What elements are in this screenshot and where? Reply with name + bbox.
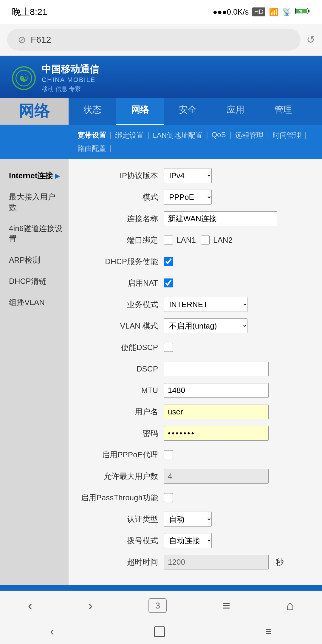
back-button[interactable]: ‹ [28, 598, 32, 613]
tab-management[interactable]: 管理 [259, 98, 307, 125]
browser-bottom-nav: ‹ › 3 ≡ ⌂ [0, 591, 322, 620]
sidebar: Internet连接 ▶ 最大接入用户数 4in6隧道连接设置 ARP检测 DH… [0, 159, 69, 585]
label-max-users: 允许最大用户数 [80, 471, 164, 482]
nav-tabs: 状态 网络 安全 应用 管理 [69, 98, 307, 125]
control-dscp [164, 362, 310, 376]
label-ip-protocol: IP协议版本 [80, 171, 164, 181]
select-service-mode[interactable]: INTERNET VOIP IPTV [164, 297, 247, 312]
router-header: ☯ 中国移动通信 CHINA MOBILE 移动 信息 专家 [0, 56, 322, 98]
tabs-button[interactable]: 3 [148, 598, 167, 613]
row-password: 密码 [80, 426, 310, 441]
label-mode: 模式 [80, 192, 164, 202]
label-username: 用户名 [80, 407, 164, 417]
logo-tagline: 移动 信息 专家 [42, 85, 99, 93]
subnav-binding[interactable]: 绑定设置 [112, 129, 147, 142]
row-passthrough: 启用PassThrough功能 [80, 490, 310, 505]
select-vlan-mode[interactable]: 不启用(untag) 启用 [164, 318, 247, 333]
row-nat: 启用NAT [80, 275, 310, 290]
checkbox-passthrough[interactable] [164, 493, 173, 502]
tab-network[interactable]: 网络 [116, 98, 164, 125]
sys-menu-button[interactable]: ≡ [265, 625, 272, 638]
sys-home-button[interactable] [154, 626, 165, 637]
control-connection-name [164, 211, 310, 226]
subnav-time[interactable]: 时间管理 [270, 129, 304, 142]
subnav-qos[interactable]: QoS [208, 129, 229, 142]
reload-button[interactable]: ↺ [306, 34, 315, 46]
label-service-mode: 业务模式 [80, 299, 164, 310]
forward-button[interactable]: › [88, 598, 93, 613]
checkbox-lan2[interactable] [201, 236, 210, 244]
select-dial-mode[interactable]: 自动连接 手动连接 [164, 533, 212, 548]
control-ip-protocol: IPv4 IPv6 [164, 168, 310, 183]
checkbox-pppoe-proxy[interactable] [164, 450, 173, 459]
checkbox-lan1[interactable] [164, 236, 173, 244]
sidebar-item-4in6[interactable]: 4in6隧道连接设置 [0, 218, 69, 250]
unit-seconds: 秒 [276, 557, 284, 567]
url-bar[interactable]: ⊘ F612 [7, 29, 301, 51]
label-lan1: LAN1 [177, 236, 196, 245]
sidebar-item-internet[interactable]: Internet连接 ▶ [0, 165, 69, 186]
subnav-broadband[interactable]: 宽带设置 [75, 129, 109, 142]
checkbox-nat[interactable] [164, 278, 173, 287]
input-password[interactable] [164, 426, 269, 441]
status-bar: 晚上8:21 ●●●0.0K/s HD 📶 📡 78 [0, 0, 322, 24]
subnav-remote[interactable]: 远程管理 [232, 129, 267, 142]
label-nat: 启用NAT [80, 278, 164, 288]
input-mtu[interactable] [164, 383, 269, 398]
input-connection-name[interactable] [164, 211, 277, 226]
row-auth-type: 认证类型 自动 PAP CHAP [80, 512, 310, 527]
control-port-binding: LAN1 LAN2 [164, 236, 310, 245]
tab-security[interactable]: 安全 [164, 98, 212, 125]
sidebar-label-vlan: 组播VLAN [9, 297, 45, 308]
checkbox-dhcp-enable[interactable] [164, 257, 173, 266]
sidebar-label-dhcp: DHCP清链 [9, 276, 47, 287]
row-max-users: 允许最大用户数 [80, 469, 310, 484]
row-mtu: MTU [80, 383, 310, 398]
menu-button[interactable]: ≡ [222, 598, 230, 613]
home-button[interactable]: ⌂ [286, 598, 294, 613]
select-auth-type[interactable]: 自动 PAP CHAP [164, 512, 212, 527]
signal-icon: 📶 [269, 7, 278, 17]
control-dial-mode: 自动连接 手动连接 [164, 533, 310, 548]
control-username [164, 405, 310, 419]
select-mode[interactable]: PPPoE DHCP Static [164, 190, 212, 205]
row-timeout: 超时时间 秒 [80, 555, 310, 569]
tab-applications[interactable]: 应用 [212, 98, 259, 125]
sidebar-label-internet: Internet连接 [9, 171, 53, 181]
logo-circle: ☯ [12, 66, 36, 90]
label-dscp: DSCP [80, 364, 164, 374]
subnav-route[interactable]: 路由配置 [75, 142, 109, 155]
sidebar-arrow-icon: ▶ [55, 172, 60, 179]
label-lan2: LAN2 [213, 236, 233, 245]
input-dscp[interactable] [164, 362, 269, 376]
tab-status[interactable]: 状态 [69, 98, 116, 125]
checkbox-dscp-enable[interactable] [164, 343, 173, 352]
row-service-mode: 业务模式 INTERNET VOIP IPTV [80, 297, 310, 312]
label-pppoe-proxy: 启用PPPoE代理 [80, 450, 164, 460]
sidebar-item-dhcp[interactable]: DHCP清链 [0, 271, 69, 292]
sidebar-item-vlan[interactable]: 组播VLAN [0, 292, 69, 313]
logo-company-name: 中国移动通信 [42, 63, 99, 76]
row-dscp-enable: 使能DSCP [80, 340, 310, 355]
row-mode: 模式 PPPoE DHCP Static [80, 190, 310, 205]
router-ui: ☯ 中国移动通信 CHINA MOBILE 移动 信息 专家 网络 状态 网络 … [0, 56, 322, 618]
label-timeout: 超时时间 [80, 557, 164, 567]
subnav-lan[interactable]: LAN侧地址配置 [150, 129, 205, 142]
label-port-binding: 端口绑定 [80, 235, 164, 245]
sys-back-button[interactable]: ‹ [50, 625, 54, 638]
checkbox-lan1-label[interactable]: LAN1 [164, 236, 196, 245]
input-max-users[interactable] [164, 469, 269, 484]
sidebar-item-maxusers[interactable]: 最大接入用户数 [0, 186, 69, 218]
select-ip-protocol[interactable]: IPv4 IPv6 [164, 168, 212, 183]
input-timeout[interactable] [164, 555, 269, 569]
url-text[interactable]: F612 [31, 35, 51, 45]
input-username[interactable] [164, 405, 269, 419]
checkbox-lan2-label[interactable]: LAN2 [201, 236, 233, 245]
label-dscp-enable: 使能DSCP [80, 342, 164, 353]
svg-text:78: 78 [298, 9, 302, 13]
section-title-area: 网络 [0, 98, 69, 125]
sidebar-item-arp[interactable]: ARP检测 [0, 250, 69, 271]
address-bar[interactable]: ⊘ F612 ↺ [0, 24, 322, 56]
form-area: IP协议版本 IPv4 IPv6 模式 PPPoE DHCP Static [69, 159, 322, 585]
row-dhcp-enable: DHCP服务使能 [80, 254, 310, 269]
